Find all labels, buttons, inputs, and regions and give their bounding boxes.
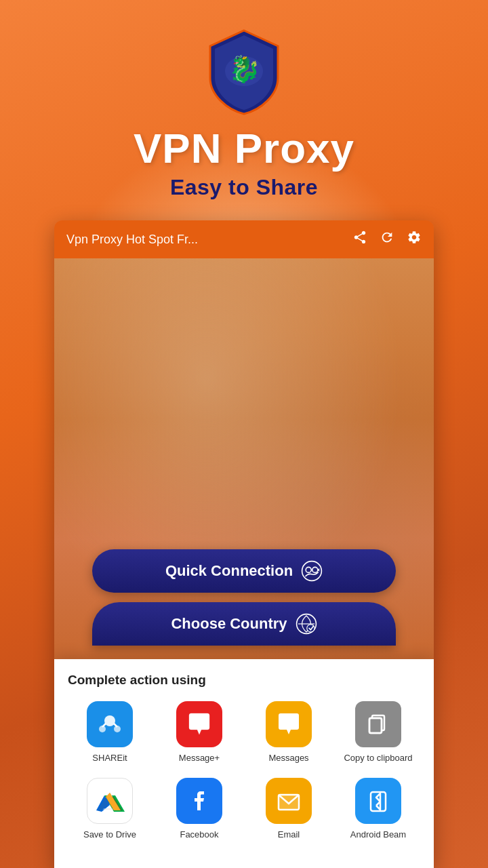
shareit-icon	[87, 701, 133, 747]
svg-text:🐉: 🐉	[228, 54, 261, 85]
top-section: 🐉 VPN Proxy Easy to Share	[134, 0, 354, 200]
svg-point-4	[312, 568, 318, 573]
svg-rect-14	[369, 718, 382, 733]
toolbar-title: Vpn Proxy Hot Spot Fr...	[66, 233, 340, 247]
quick-connection-button[interactable]: Quick Connection	[92, 549, 396, 593]
quick-connection-label: Quick Connection	[165, 562, 293, 580]
share-icon[interactable]	[352, 230, 367, 249]
settings-icon[interactable]	[407, 230, 422, 249]
clipboard-icon	[355, 701, 401, 747]
savedrive-icon	[87, 778, 133, 824]
share-sheet-title: Complete action using	[65, 673, 423, 688]
email-icon	[266, 778, 312, 824]
messages-label: Messages	[268, 753, 308, 764]
shareit-label: SHAREit	[92, 753, 127, 764]
phone-mockup: Vpn Proxy Hot Spot Fr... Quick Connectio…	[54, 220, 434, 868]
messageplus-icon	[176, 701, 222, 747]
share-item-messages[interactable]: Messages	[251, 701, 326, 764]
email-label: Email	[278, 829, 300, 841]
androidbeam-icon	[355, 778, 401, 824]
savedrive-label: Save to Drive	[83, 829, 136, 841]
app-toolbar: Vpn Proxy Hot Spot Fr...	[54, 220, 434, 258]
svg-point-2	[302, 561, 322, 581]
share-item-clipboard[interactable]: Copy to clipboard	[341, 701, 415, 764]
share-row-1: SHAREit Message+ Mess	[65, 701, 423, 764]
app-subtitle: Easy to Share	[170, 175, 318, 200]
share-item-email[interactable]: Email	[251, 778, 326, 841]
share-item-androidbeam[interactable]: Android Beam	[341, 778, 415, 841]
messages-icon	[266, 701, 312, 747]
app-logo: 🐉	[207, 27, 281, 115]
app-content: Quick Connection Choose Country	[54, 258, 434, 659]
svg-line-11	[102, 724, 106, 727]
facebook-icon	[176, 778, 222, 824]
svg-point-3	[306, 568, 311, 573]
share-item-savedrive[interactable]: Save to Drive	[73, 778, 147, 841]
share-row-2: Save to Drive Facebook	[65, 778, 423, 841]
svg-line-12	[114, 724, 117, 727]
svg-point-8	[104, 715, 115, 726]
facebook-label: Facebook	[180, 829, 218, 841]
share-item-facebook[interactable]: Facebook	[162, 778, 237, 841]
share-item-shareit[interactable]: SHAREit	[73, 701, 147, 764]
messageplus-label: Message+	[179, 753, 220, 764]
choose-country-button[interactable]: Choose Country	[92, 602, 396, 646]
refresh-icon[interactable]	[380, 230, 394, 249]
app-title: VPN Proxy	[134, 127, 354, 170]
share-item-messageplus[interactable]: Message+	[162, 701, 237, 764]
share-sheet: Complete action using SHAREit	[54, 659, 434, 868]
androidbeam-label: Android Beam	[350, 829, 406, 841]
clipboard-label: Copy to clipboard	[344, 753, 412, 764]
choose-country-label: Choose Country	[171, 615, 287, 633]
